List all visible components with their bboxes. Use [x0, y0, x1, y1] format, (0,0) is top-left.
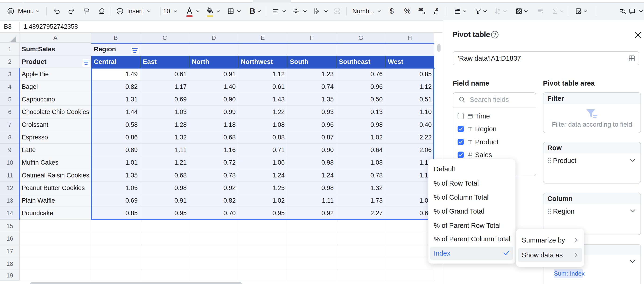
svg-text:A: A — [498, 8, 500, 11]
svg-text:.00: .00 — [418, 8, 423, 12]
svg-text:.0: .0 — [435, 8, 438, 12]
svg-text:Z: Z — [498, 11, 500, 14]
